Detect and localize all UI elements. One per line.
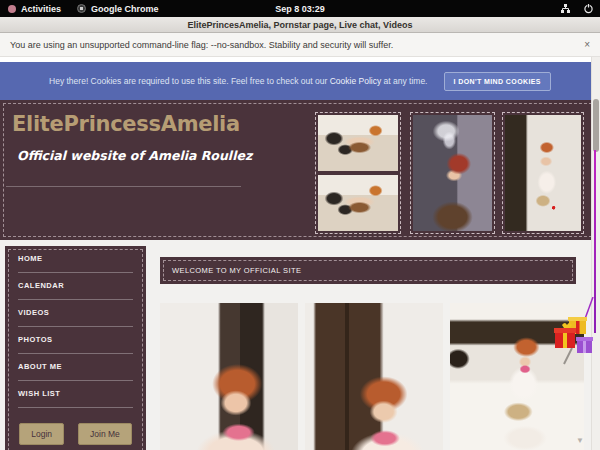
sidebar-label: PHOTOS [18,335,133,344]
photo-gallery [160,303,590,450]
welcome-heading: WELCOME TO MY OFFICIAL SITE [160,266,301,275]
chrome-infobar: You are using an unsupported command-lin… [0,33,600,57]
gallery-photo-1[interactable] [160,303,298,450]
page-viewport: Hey there! Cookies are required to use t… [0,57,600,450]
sidebar-label: CALENDAR [18,281,133,290]
header-thumb-2[interactable] [408,110,497,236]
sidebar-divider [18,407,133,408]
scrollbar-thumb[interactable] [593,99,599,152]
app-menu-button[interactable]: Google Chrome [69,0,167,17]
photo-couch-top [318,115,398,171]
cookie-accept-button[interactable]: I DON'T MIND COOKIES [444,72,551,91]
chrome-icon [77,4,86,13]
site-header: ElitePrincessAmelia Official website of … [0,100,600,240]
sidebar-label: HOME [18,254,133,263]
gnome-top-bar: Activities Google Chrome Sep 8 03:29 [0,0,600,17]
join-me-button[interactable]: Join Me [78,423,132,445]
infobar-message: You are using an unsupported command-lin… [0,40,393,50]
infobar-close-icon[interactable]: × [584,39,590,50]
gift-widget[interactable] [552,297,596,371]
site-title[interactable]: ElitePrincessAmelia [12,112,240,136]
header-thumb-1[interactable] [313,110,403,236]
power-icon [583,3,594,14]
cookie-banner: Hey there! Cookies are required to use t… [0,62,600,100]
activities-label: Activities [21,4,61,14]
activities-icon [8,5,16,13]
network-icon [560,3,571,14]
sidebar-item-photos[interactable]: PHOTOS [5,327,146,354]
gifts-icon [552,297,596,367]
sidebar-label: ABOUT ME [18,362,133,371]
scroll-down-arrow[interactable]: ▼ [576,436,584,445]
screen: Activities Google Chrome Sep 8 03:29 Eli… [0,0,600,450]
photo-couch-bottom [318,175,398,231]
sidebar-item-about-me[interactable]: ABOUT ME [5,354,146,381]
cookie-message-pre: Hey there! Cookies are required to use t… [49,76,330,86]
cookie-message: Hey there! Cookies are required to use t… [49,76,427,86]
sidebar-item-wish-list[interactable]: WISH LIST [5,381,146,408]
system-tray[interactable] [560,0,594,17]
sidebar-label: VIDEOS [18,308,133,317]
gallery-photo-2[interactable] [305,303,443,450]
sidebar-item-home[interactable]: HOME [5,246,146,273]
header-thumb-3[interactable] [500,110,586,236]
photo-smoking [413,115,492,231]
header-divider [6,186,241,187]
sidebar: HOME CALENDAR VIDEOS PHOTOS ABOUT ME [5,246,146,450]
photo-bed-teddy [505,115,581,231]
activities-button[interactable]: Activities [0,0,69,17]
sidebar-item-calendar[interactable]: CALENDAR [5,273,146,300]
cookie-message-post: at any time. [381,76,427,86]
app-menu-label: Google Chrome [91,4,159,14]
sidebar-item-videos[interactable]: VIDEOS [5,300,146,327]
page-body: HOME CALENDAR VIDEOS PHOTOS ABOUT ME [0,240,600,450]
welcome-heading-bar: WELCOME TO MY OFFICIAL SITE [160,257,576,284]
window-titlebar[interactable]: ElitePrincesAmelia, Pornstar page, Live … [0,17,600,33]
window-title: ElitePrincesAmelia, Pornstar page, Live … [188,20,413,30]
login-button[interactable]: Login [19,423,64,445]
site-tagline: Official website of Amelia Roullez [17,148,252,163]
sidebar-buttons: Login Join Me [5,423,146,445]
cookie-policy-link[interactable]: Cookie Policy [330,76,382,86]
sidebar-label: WISH LIST [18,389,133,398]
